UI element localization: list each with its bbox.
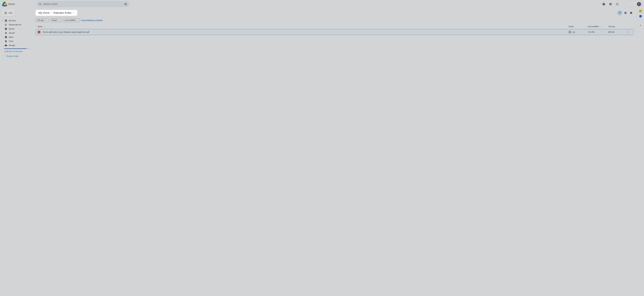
table-header: Name Owner Last modified File size [36,24,634,29]
column-size[interactable]: File size [608,26,626,28]
nav-label: Starred [9,32,15,34]
search-options-icon[interactable] [124,2,127,6]
new-button-label: New [9,12,12,14]
search-bar[interactable] [36,1,129,7]
file-row[interactable]: PDF How to add books to your eReader usi… [36,29,634,35]
account-area[interactable]: C [624,1,642,7]
sidebar-item-starred[interactable]: Starred [2,31,32,35]
content-area: My Drive › Rakuten Kobo File [34,8,637,296]
chevron-down-icon [76,19,78,21]
clock-icon [5,28,7,30]
column-modified[interactable]: Last modified [588,26,608,28]
chevron-down-icon [45,19,47,21]
file-modified: 2:15 PM [588,31,608,33]
manage-storage-button[interactable]: Manage storage [4,54,20,58]
search-input[interactable] [43,3,122,5]
info-button[interactable] [628,10,634,16]
apps-button[interactable] [615,2,620,7]
gear-icon [609,2,612,6]
new-button[interactable]: New [2,9,15,16]
breadcrumb-root[interactable]: My Drive [38,11,50,14]
filter-view-button[interactable] [617,10,622,16]
logo-area[interactable]: Drive [2,2,36,7]
cloud-icon [5,44,7,46]
file-size: 805 KB [608,31,626,33]
filter-people-chip[interactable]: People [50,18,62,22]
chevron-down-icon [58,19,60,21]
nav-label: Shared with me [9,24,21,26]
owner-avatar-icon [568,30,572,34]
breadcrumb-current[interactable]: Rakuten Kobo [54,11,74,14]
account-avatar[interactable]: C [637,2,641,6]
side-panel: + [637,8,644,296]
sidebar-item-mydrive[interactable]: ▸ My Drive [2,18,32,23]
sidebar-item-storage[interactable]: Storage [2,43,32,48]
sort-down-icon [44,26,46,28]
app-name: Drive [8,2,15,6]
nav-label: Recent [9,28,14,30]
sidebar-item-recent[interactable]: Recent [2,27,32,31]
sidebar-item-shared[interactable]: Shared with me [2,23,32,27]
drive-logo-icon [2,2,7,7]
view-controls [617,10,634,16]
more-vert-icon [626,31,629,33]
plus-icon [4,11,7,14]
spam-icon [5,36,7,38]
file-name: How to add books to your eReader using G… [43,31,568,33]
side-divider [639,20,642,20]
pdf-icon: PDF [38,31,40,33]
info-icon [630,12,632,14]
sidebar: New ▸ My Drive Shared with me Recent Sta… [0,8,34,296]
trash-icon [5,40,7,42]
settings-button[interactable] [608,2,613,7]
get-addons-button[interactable]: + [638,23,643,28]
filter-icon [618,12,621,14]
filter-type-chip[interactable]: File type [36,18,48,22]
sidebar-item-trash[interactable]: Trash [2,39,32,43]
star-icon [5,32,7,34]
filter-row: File type People Last modified (Send fee… [36,18,634,22]
grid-icon [624,12,627,14]
feedback-text: (Send feedback to Google) [81,19,103,21]
column-owner[interactable]: Owner [568,26,588,28]
storage-fill [4,48,26,49]
people-icon [5,24,7,26]
nav-label: Spam [9,36,14,38]
chevron-right-icon: › [51,12,52,14]
file-more-button[interactable] [626,31,632,33]
storage-text: 14.08 GB of 15 GB used [4,50,30,52]
dropdown-icon [72,12,74,14]
drive-icon [5,19,7,22]
grid-view-button[interactable] [623,10,628,16]
breadcrumb: My Drive › Rakuten Kobo [36,10,77,16]
help-icon [602,2,605,6]
nav-label: My Drive [9,20,16,22]
filter-modified-chip[interactable]: Last modified [63,18,80,22]
chevron-down-icon [599,26,601,28]
nav-label: Storage [9,44,15,46]
storage-bar [4,48,30,49]
sidebar-item-spam[interactable]: Spam [2,35,32,39]
nav-label: Trash [9,40,13,42]
expand-icon[interactable]: ▸ [2,20,3,21]
search-icon [39,2,42,6]
column-name[interactable]: Name [38,26,568,28]
apps-grid-icon [616,2,619,6]
keep-addon-icon[interactable] [639,10,642,12]
feedback-link[interactable]: Send feedback to Google [82,19,102,21]
help-button[interactable] [601,2,606,7]
file-owner: me [568,30,588,34]
topbar: Drive C [0,0,644,8]
contacts-addon-icon[interactable] [639,15,642,18]
